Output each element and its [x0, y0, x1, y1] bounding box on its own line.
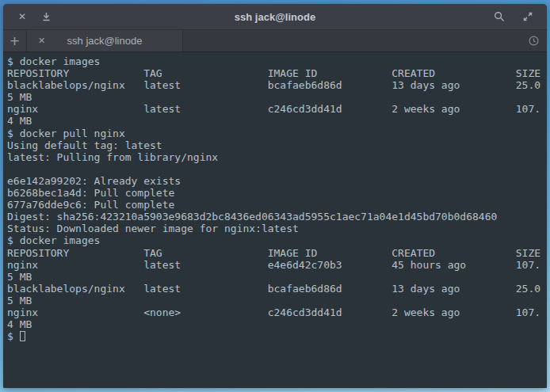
- plus-icon: +: [10, 35, 20, 48]
- history-clock-icon: [528, 35, 540, 47]
- terminal-window: ✕ ssh jack@linode: [3, 4, 547, 388]
- new-tab-button[interactable]: +: [3, 30, 27, 51]
- terminal-viewport[interactable]: $ docker images REPOSITORY TAG IMAGE ID …: [3, 52, 547, 388]
- tab-close-icon[interactable]: ✕: [38, 36, 45, 45]
- titlebar[interactable]: ✕ ssh jack@linode: [3, 4, 547, 30]
- down-arrow-icon: [41, 12, 52, 22]
- search-icon: [494, 11, 505, 22]
- tabbar-empty-area: [183, 30, 520, 51]
- close-icon: ✕: [18, 12, 26, 21]
- fullscreen-button[interactable]: [518, 7, 537, 26]
- titlebar-right-controls: [490, 7, 537, 26]
- expand-arrows-icon: [522, 11, 533, 22]
- terminal-cursor: [20, 331, 25, 341]
- tab-label: ssh jack@linode: [27, 35, 182, 47]
- titlebar-left-controls: ✕: [13, 7, 55, 26]
- close-window-button[interactable]: ✕: [13, 7, 32, 26]
- move-down-button[interactable]: [36, 7, 55, 26]
- terminal-output: $ docker images REPOSITORY TAG IMAGE ID …: [3, 52, 547, 342]
- terminal-text: $ docker images REPOSITORY TAG IMAGE ID …: [7, 55, 540, 342]
- tab-ssh-session[interactable]: ✕ ssh jack@linode: [27, 30, 183, 51]
- search-button[interactable]: [490, 7, 509, 26]
- window-title: ssh jack@linode: [3, 11, 547, 23]
- tab-bar: + ✕ ssh jack@linode: [3, 30, 547, 52]
- session-history-button[interactable]: [520, 30, 547, 51]
